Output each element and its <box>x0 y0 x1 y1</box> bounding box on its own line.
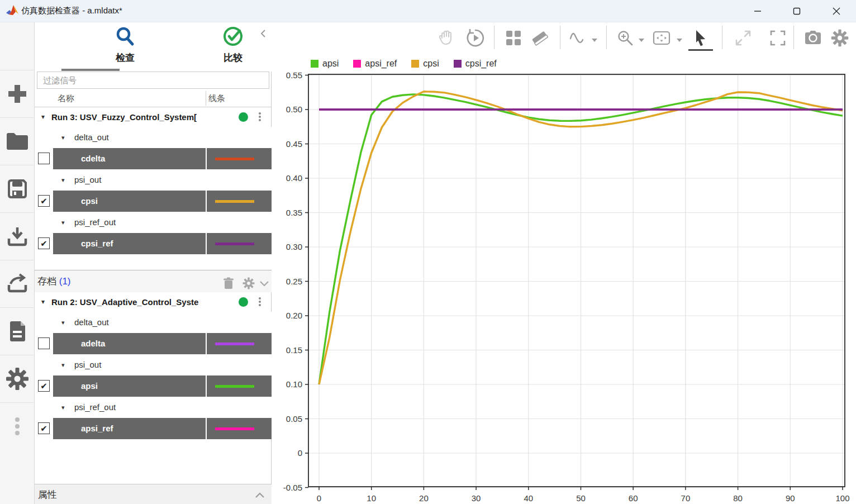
signal-row[interactable]: adelta <box>35 333 272 354</box>
run-header[interactable]: ▾Run 2: USV_Adaptive_Control_Syste <box>35 292 272 312</box>
dot <box>259 304 261 306</box>
signal-checkbox[interactable] <box>38 153 50 164</box>
signal-group-row[interactable]: ▾delta_out <box>35 127 272 148</box>
fit-to-view-button[interactable] <box>650 27 673 49</box>
group-label: psi_ref_out <box>74 397 116 418</box>
x-tick-label: 20 <box>419 493 429 503</box>
filter-signals-input[interactable] <box>37 72 269 89</box>
dropdown-caret-icon[interactable] <box>676 35 683 45</box>
signal-checkbox[interactable]: ✔ <box>38 195 50 207</box>
caret-down-icon[interactable]: ▾ <box>61 212 65 233</box>
tab-inspect-label: 检查 <box>69 51 181 64</box>
maximize-button[interactable] <box>784 0 810 22</box>
export-button[interactable] <box>0 260 35 307</box>
legend-label: cpsi_ref <box>465 59 497 69</box>
expand-button <box>732 27 754 49</box>
signal-group-row[interactable]: ▾psi_out <box>35 354 272 375</box>
signal-checkbox[interactable]: ✔ <box>38 422 50 434</box>
run-menu-dots-icon[interactable] <box>256 111 264 123</box>
save-button[interactable] <box>0 165 35 212</box>
caret-down-icon[interactable]: ▾ <box>61 397 65 418</box>
plot-settings-button[interactable] <box>829 27 851 49</box>
chart-pane: apsiapsi_refcpsicpsi_ref -0.0500.050.100… <box>272 22 856 504</box>
dropdown-caret-icon[interactable] <box>591 35 598 45</box>
row-column-divider <box>206 418 207 439</box>
import-button[interactable] <box>0 212 35 260</box>
y-tick-label: 0.55 <box>286 72 302 80</box>
chevron-up-icon[interactable] <box>255 491 265 501</box>
signal-group-row[interactable]: ▾delta_out <box>35 312 272 333</box>
signal-group-row[interactable]: ▾psi_ref_out <box>35 397 272 418</box>
window-title: 仿真数据检查器 - a.mldatx* <box>21 6 122 16</box>
caret-down-icon[interactable]: ▾ <box>61 169 65 191</box>
x-tick-label: 50 <box>576 493 586 503</box>
signal-plot[interactable]: -0.0500.050.100.150.200.250.300.350.400.… <box>272 72 856 504</box>
legend-item[interactable]: cpsi <box>411 59 439 69</box>
x-tick-label: 70 <box>681 493 691 503</box>
signal-row[interactable]: ✔cpsi <box>35 191 272 212</box>
y-tick-label: 0 <box>298 448 302 458</box>
chart-toolbar <box>272 22 856 54</box>
more-button[interactable] <box>0 402 35 450</box>
legend-item[interactable]: cpsi_ref <box>454 59 497 69</box>
pan-button <box>435 27 458 49</box>
zoom-button[interactable] <box>614 27 636 49</box>
snapshot-button[interactable] <box>802 27 824 49</box>
open-button[interactable] <box>0 117 35 165</box>
legend-item[interactable]: apsi <box>311 59 339 69</box>
eraser-button[interactable] <box>529 27 551 49</box>
signal-trace-button[interactable] <box>565 27 588 49</box>
row-column-divider <box>206 191 207 212</box>
y-tick-label: 0.15 <box>286 345 302 355</box>
dot <box>259 116 261 118</box>
checkbox-cell: ✔ <box>35 191 53 212</box>
caret-down-icon[interactable]: ▾ <box>61 354 65 375</box>
y-tick-label: 0.45 <box>286 139 302 149</box>
gear-icon <box>6 367 29 391</box>
toolbar-divider <box>494 26 494 49</box>
x-tick-label: 100 <box>835 493 849 503</box>
signal-checkbox[interactable]: ✔ <box>38 237 50 249</box>
preferences-button[interactable] <box>0 355 35 402</box>
group-label: delta_out <box>74 127 109 148</box>
legend-swatch <box>454 60 462 68</box>
signal-row[interactable]: ✔apsi_ref <box>35 418 272 439</box>
legend-swatch <box>353 60 361 68</box>
signal-checkbox[interactable]: ✔ <box>38 380 50 392</box>
run-menu-dots-icon[interactable] <box>256 296 264 308</box>
caret-down-icon[interactable]: ▾ <box>41 107 45 127</box>
signal-row[interactable]: ✔apsi <box>35 375 272 397</box>
signal-name: cpsi <box>81 191 98 212</box>
tab-inspect[interactable]: 检查 <box>69 26 181 64</box>
pointer-button[interactable] <box>689 27 712 49</box>
y-tick-label: 0.40 <box>286 173 302 183</box>
signal-row[interactable]: ✔cpsi_ref <box>35 233 272 254</box>
close-button[interactable] <box>824 0 849 22</box>
caret-down-icon[interactable]: ▾ <box>41 292 45 312</box>
dropdown-caret-icon[interactable] <box>638 35 645 45</box>
legend-item[interactable]: apsi_ref <box>353 59 397 69</box>
x-tick-label: 10 <box>367 493 376 503</box>
archive-header[interactable]: 存档 (1) <box>35 270 272 292</box>
layout-grid-button[interactable] <box>502 27 525 49</box>
signal-row[interactable]: cdelta <box>35 148 272 169</box>
caret-down-icon[interactable]: ▾ <box>61 312 65 333</box>
add-button[interactable] <box>0 70 35 117</box>
signal-group-row[interactable]: ▾psi_out <box>35 169 272 191</box>
minimize-button[interactable] <box>745 0 771 22</box>
signal-checkbox[interactable] <box>38 337 50 349</box>
collapse-sidebar-chevron-icon[interactable] <box>259 29 267 40</box>
dot <box>259 119 261 121</box>
report-button[interactable] <box>0 307 35 355</box>
run-status-dot <box>239 112 248 122</box>
dot <box>259 112 261 115</box>
fullscreen-button[interactable] <box>767 27 789 49</box>
replay-button[interactable] <box>464 27 487 49</box>
y-tick-label: 0.35 <box>286 208 302 217</box>
signal-group-row[interactable]: ▾psi_ref_out <box>35 212 272 233</box>
legend-swatch <box>411 60 419 68</box>
dot <box>259 297 261 299</box>
properties-bar[interactable]: 属性 <box>35 484 272 504</box>
run-header[interactable]: ▾Run 3: USV_Fuzzy_Control_System[ <box>35 107 272 127</box>
caret-down-icon[interactable]: ▾ <box>61 127 65 148</box>
